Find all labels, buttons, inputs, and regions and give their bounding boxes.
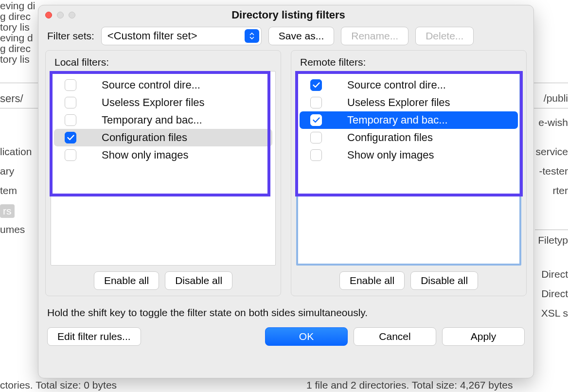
remote-filters-list[interactable]: Source control dire...Useless Explorer f… <box>296 71 521 266</box>
local-filters-title: Local filters: <box>51 54 276 71</box>
dialog-title: Directory listing filters <box>50 9 527 21</box>
filter-item[interactable]: Useless Explorer files <box>300 94 518 111</box>
filter-item-label: Source control dire... <box>85 79 200 91</box>
filter-sets-label: Filter sets: <box>47 30 94 42</box>
edit-filter-rules-button[interactable]: Edit filter rules... <box>47 327 141 346</box>
filter-item[interactable]: Configuration files <box>300 129 518 146</box>
delete-button: Delete... <box>415 27 474 45</box>
local-filters-panel: Local filters: Source control dire...Use… <box>45 50 281 296</box>
filter-item[interactable]: Show only images <box>300 146 518 164</box>
remote-disable-all-button[interactable]: Disable all <box>410 271 478 290</box>
filter-item-label: Source control dire... <box>331 79 446 91</box>
checkbox[interactable] <box>65 114 76 126</box>
filter-item[interactable]: Source control dire... <box>300 76 518 94</box>
cancel-button[interactable]: Cancel <box>354 327 436 346</box>
filter-item-label: Configuration files <box>331 131 433 144</box>
rename-button: Rename... <box>341 27 408 45</box>
titlebar: Directory listing filters <box>38 5 533 25</box>
checkbox[interactable] <box>310 132 322 143</box>
filter-item-label: Temporary and bac... <box>85 114 202 126</box>
filter-set-value: <Custom filter set> <box>107 30 197 42</box>
filter-item-label: Show only images <box>85 149 189 161</box>
filter-item-label: Useless Explorer files <box>85 96 205 109</box>
filter-item-label: Configuration files <box>85 131 187 144</box>
filter-set-dropdown[interactable]: <Custom filter set> <box>101 27 262 45</box>
save-as-button[interactable]: Save as... <box>268 27 334 45</box>
local-enable-all-button[interactable]: Enable all <box>94 271 159 290</box>
ok-button[interactable]: OK <box>265 327 348 346</box>
remote-filters-panel: Remote filters: Source control dire...Us… <box>291 50 527 296</box>
remote-filters-title: Remote filters: <box>296 54 521 71</box>
filter-item[interactable]: Source control dire... <box>54 76 272 94</box>
apply-button[interactable]: Apply <box>442 327 525 346</box>
directory-filters-dialog: Directory listing filters Filter sets: <… <box>38 5 534 378</box>
filter-item[interactable]: Temporary and bac... <box>54 111 272 129</box>
checkbox[interactable] <box>65 149 76 161</box>
filter-item[interactable]: Configuration files <box>54 129 272 146</box>
checkbox[interactable] <box>65 97 76 108</box>
checkbox[interactable] <box>310 114 322 126</box>
local-disable-all-button[interactable]: Disable all <box>165 271 232 290</box>
checkbox[interactable] <box>65 79 76 91</box>
checkbox[interactable] <box>310 79 322 91</box>
hint-text: Hold the shift key to toggle the filter … <box>38 296 533 323</box>
filter-item[interactable]: Show only images <box>54 146 272 164</box>
checkbox[interactable] <box>310 149 322 161</box>
remote-enable-all-button[interactable]: Enable all <box>339 271 405 290</box>
chevron-updown-icon <box>245 29 259 43</box>
filter-item-label: Show only images <box>331 149 434 161</box>
filter-item-label: Useless Explorer files <box>331 96 450 109</box>
checkbox[interactable] <box>65 132 76 143</box>
filter-item-label: Temporary and bac... <box>331 114 448 126</box>
checkbox[interactable] <box>310 97 322 108</box>
filter-item[interactable]: Useless Explorer files <box>54 94 272 111</box>
local-filters-list[interactable]: Source control dire...Useless Explorer f… <box>51 71 276 266</box>
filter-item[interactable]: Temporary and bac... <box>300 111 518 129</box>
